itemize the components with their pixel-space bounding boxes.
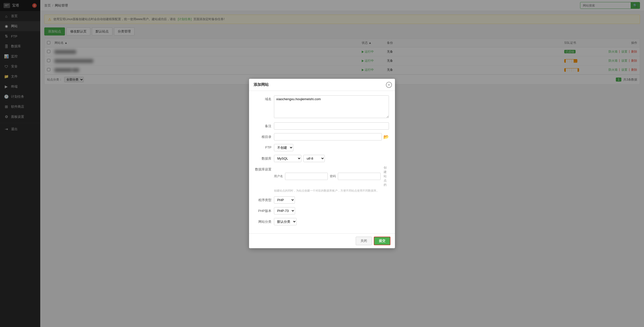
category-label: 网站分类	[255, 218, 271, 224]
domain-label: 域名	[255, 95, 271, 101]
note-row: 备注 xiaochengxu.houjiemeishi.com	[255, 122, 389, 130]
db-password-input[interactable]: test_db	[338, 173, 381, 180]
program-control: PHP Python Node.js	[274, 196, 389, 204]
db-hint: 创建站点的同时，为站点创建一个对应的数据库账户，方便不同站点使用不同数据库。	[274, 189, 389, 193]
db-password-label: 密码	[330, 174, 336, 178]
php-label: PHP版本	[255, 207, 271, 213]
root-label: 根目录	[255, 133, 271, 139]
modal-submit-btn[interactable]: 提交	[374, 237, 390, 245]
modal-body: 域名 xiaochengxu.houjiemeishi.com 备注 xiaoc…	[249, 91, 395, 233]
db-type-select[interactable]: MySQL PostgreSQL	[274, 155, 301, 162]
db-settings-row: 数据库设置 用户名 test_db 密码 test_db 创建站点的 创建站点的…	[255, 166, 389, 193]
domain-textarea[interactable]: xiaochengxu.houjiemeishi.com	[274, 95, 389, 118]
domain-row: 域名 xiaochengxu.houjiemeishi.com	[255, 95, 389, 119]
db-username-label: 用户名	[274, 174, 283, 178]
category-row: 网站分类 默认分类 分类1	[255, 218, 389, 225]
db-settings-control: 用户名 test_db 密码 test_db 创建站点的 创建站点的同时，为站点…	[274, 166, 389, 193]
database-label: 数据库	[255, 155, 271, 161]
modal-close-button[interactable]: ×	[386, 82, 392, 88]
database-control: MySQL PostgreSQL utf-8 utf8mb4 gbk	[274, 155, 389, 162]
db-settings-label: 数据库设置	[255, 166, 271, 172]
modal-close-btn[interactable]: 关闭	[356, 237, 372, 245]
ftp-select[interactable]: 不创建 创建	[274, 144, 293, 151]
program-label: 程序类型	[255, 196, 271, 202]
modal-footer: 关闭 提交	[249, 233, 395, 248]
note-input[interactable]: xiaochengxu.houjiemeishi.com	[274, 122, 389, 130]
category-control: 默认分类 分类1	[274, 218, 389, 225]
root-row: 根目录 /www/wwwroot/xiaochengxu.houjiemeish…	[255, 133, 389, 140]
db-create-note: 创建站点的	[384, 166, 389, 187]
php-version-select[interactable]: PHP-73 PHP-74 PHP-80	[274, 207, 295, 214]
ftp-label: FTP	[255, 144, 271, 149]
note-control: xiaochengxu.houjiemeishi.com	[274, 122, 389, 130]
note-label: 备注	[255, 122, 271, 128]
domain-control: xiaochengxu.houjiemeishi.com	[274, 95, 389, 119]
program-row: 程序类型 PHP Python Node.js	[255, 196, 389, 204]
add-site-modal: 添加网站 × 域名 xiaochengxu.houjiemeishi.com 备…	[249, 79, 395, 248]
modal-title: 添加网站	[254, 82, 269, 87]
category-select[interactable]: 默认分类 分类1	[274, 218, 297, 225]
database-row: 数据库 MySQL PostgreSQL utf-8 utf8mb4 gbk	[255, 155, 389, 162]
php-row: PHP版本 PHP-73 PHP-74 PHP-80	[255, 207, 389, 214]
root-input[interactable]: /www/wwwroot/xiaochengxu.houjiemeishi.co…	[274, 133, 382, 140]
modal-header: 添加网站 ×	[249, 79, 395, 91]
root-control: /www/wwwroot/xiaochengxu.houjiemeishi.co…	[274, 133, 389, 140]
ftp-control: 不创建 创建	[274, 144, 389, 151]
folder-browse-button[interactable]: 📂	[383, 134, 389, 140]
program-type-select[interactable]: PHP Python Node.js	[274, 196, 295, 204]
db-username-input[interactable]: test_db	[285, 173, 328, 180]
modal-overlay: 添加网站 × 域名 xiaochengxu.houjiemeishi.com 备…	[0, 0, 644, 327]
ftp-row: FTP 不创建 创建	[255, 144, 389, 151]
db-charset-select[interactable]: utf-8 utf8mb4 gbk	[303, 155, 325, 162]
php-control: PHP-73 PHP-74 PHP-80	[274, 207, 389, 214]
